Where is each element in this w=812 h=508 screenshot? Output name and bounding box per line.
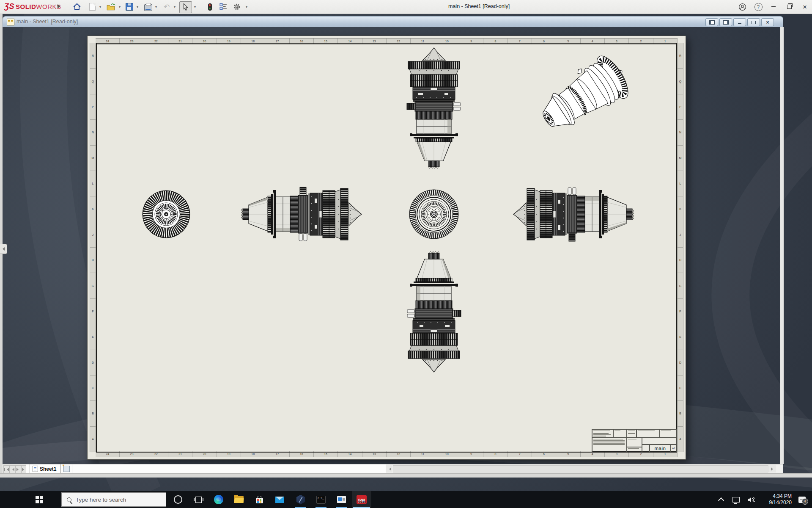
start-button[interactable] — [15, 491, 33, 508]
app-window-button[interactable] — [332, 491, 351, 508]
drawing-sheet[interactable]: 242322212019181716151413121110987654321 … — [87, 36, 686, 460]
featuremanager-collapse-tab[interactable] — [0, 244, 7, 254]
cortana-button[interactable] — [168, 491, 188, 508]
previous-sheet-button[interactable] — [9, 465, 16, 473]
scroll-right-button[interactable] — [769, 465, 776, 472]
doc-restore-icon — [752, 21, 756, 24]
sheet-size: A2 — [672, 447, 675, 450]
front-view[interactable] — [409, 190, 458, 239]
command-prompt-button[interactable]: C:\_ — [311, 491, 331, 508]
scrollbar-thumb[interactable] — [393, 465, 768, 472]
scroll-left-icon — [387, 467, 391, 471]
scroll-right-icon — [771, 467, 775, 471]
document-titlebar[interactable]: main - Sheet1 [Read-only] × — [3, 16, 783, 27]
options-button[interactable] — [231, 1, 243, 12]
file-explorer-icon — [234, 496, 244, 503]
options-dropdown[interactable]: ▾ — [244, 5, 249, 9]
restore-button[interactable] — [782, 0, 796, 14]
doc-close-button[interactable]: × — [761, 18, 774, 26]
doc-minimize-button[interactable] — [733, 18, 746, 26]
title-block-cell — [627, 438, 642, 447]
save-button[interactable] — [123, 1, 135, 12]
windows-taskbar: C:\_ SW2020 4:34 PM 9/14/2020 4 — [0, 491, 812, 508]
app-titlebar: ƷSSOLIDWORKS ▾ ▾ ▾ ▾ ↶ ▾ ▾ ▾ main - Shee… — [0, 0, 812, 14]
open-folder-icon — [106, 3, 115, 11]
show-right-pane-button[interactable] — [719, 18, 732, 26]
left-side-view[interactable] — [241, 187, 362, 241]
doc-minimize-icon — [738, 23, 741, 24]
open-dropdown[interactable]: ▾ — [118, 5, 122, 9]
home-icon — [73, 3, 81, 11]
scroll-left-button[interactable] — [386, 465, 392, 472]
save-dropdown[interactable]: ▾ — [135, 5, 140, 9]
save-icon — [126, 3, 133, 11]
task-view-button[interactable] — [189, 491, 208, 508]
horizontal-scrollbar[interactable] — [386, 464, 776, 473]
close-icon: × — [803, 3, 807, 11]
design-tree-icon — [219, 3, 227, 11]
taskbar-clock[interactable]: 4:34 PM 9/14/2020 — [759, 493, 792, 506]
title-block-cell — [627, 429, 636, 438]
file-explorer-button[interactable] — [229, 491, 249, 508]
restore-icon — [787, 5, 792, 9]
sheet-tab-strip: Sheet1 — [3, 464, 783, 473]
logo-mark-icon: ƷS — [4, 2, 14, 11]
rebuild-button[interactable] — [204, 1, 216, 12]
design-tree-button[interactable] — [217, 1, 229, 12]
help-button[interactable]: ? — [751, 0, 765, 14]
select-tool-button[interactable] — [179, 1, 192, 13]
account-button[interactable] — [735, 0, 749, 14]
title-block-cell — [642, 444, 650, 452]
print-dropdown[interactable]: ▾ — [154, 5, 158, 9]
right-pane-icon — [723, 20, 729, 25]
isometric-view[interactable] — [532, 50, 635, 141]
title-block-revision-table — [592, 438, 627, 452]
bottom-view[interactable] — [407, 251, 461, 372]
doc-restore-button[interactable] — [747, 18, 760, 26]
mail-icon — [275, 497, 284, 503]
solidworks-taskbar-button[interactable]: SW2020 — [352, 491, 371, 508]
graphics-viewport[interactable]: main - Sheet1 [Read-only] × 242322212019… — [0, 14, 812, 491]
store-button[interactable] — [250, 491, 269, 508]
undo-dropdown[interactable]: ▾ — [173, 5, 177, 9]
app-bottom-frame — [0, 473, 812, 478]
3dexperience-button[interactable] — [291, 491, 310, 508]
top-view[interactable] — [407, 48, 461, 168]
first-sheet-button[interactable] — [3, 465, 10, 473]
action-center-button[interactable]: 4 — [792, 497, 812, 503]
rebuild-stoplight-icon — [208, 3, 212, 11]
home-button[interactable] — [71, 1, 83, 12]
search-input[interactable] — [75, 496, 161, 503]
notification-icon: 4 — [798, 497, 806, 503]
add-sheet-button[interactable] — [61, 464, 72, 473]
tab-sheet1[interactable]: Sheet1 — [30, 464, 61, 473]
next-arrow-icon — [16, 468, 20, 471]
volume-button[interactable] — [743, 497, 759, 503]
new-document-dropdown[interactable]: ▾ — [98, 5, 102, 9]
network-button[interactable] — [728, 497, 743, 502]
options-gear-icon — [233, 3, 241, 11]
print-button[interactable] — [142, 1, 154, 12]
tray-expand-button[interactable] — [714, 497, 728, 502]
new-document-button[interactable] — [86, 1, 98, 12]
close-button[interactable]: × — [798, 0, 811, 14]
minimize-button[interactable] — [767, 0, 780, 14]
solidworks-app-icon: SW2020 — [357, 495, 367, 504]
right-side-view[interactable] — [513, 188, 634, 241]
drawing-title: main — [655, 446, 666, 451]
doc-close-icon: × — [766, 20, 769, 25]
edge-button[interactable] — [209, 491, 228, 508]
open-button[interactable] — [105, 1, 117, 12]
tab-area: Sheet1 — [26, 464, 386, 473]
title-block: main A2 — [592, 429, 676, 452]
collapse-arrow-icon — [1, 247, 5, 251]
taskbar-search[interactable] — [61, 492, 166, 507]
left-front-view[interactable] — [143, 190, 190, 238]
vertical-scrollbar[interactable] — [780, 27, 784, 464]
undo-button[interactable]: ↶ — [161, 1, 173, 12]
next-sheet-button[interactable] — [15, 465, 22, 473]
show-left-pane-button[interactable] — [705, 18, 718, 26]
mail-button[interactable] — [270, 491, 289, 508]
select-dropdown[interactable]: ▾ — [193, 5, 197, 9]
toolbar-flyout-arrow-icon[interactable] — [58, 4, 63, 8]
